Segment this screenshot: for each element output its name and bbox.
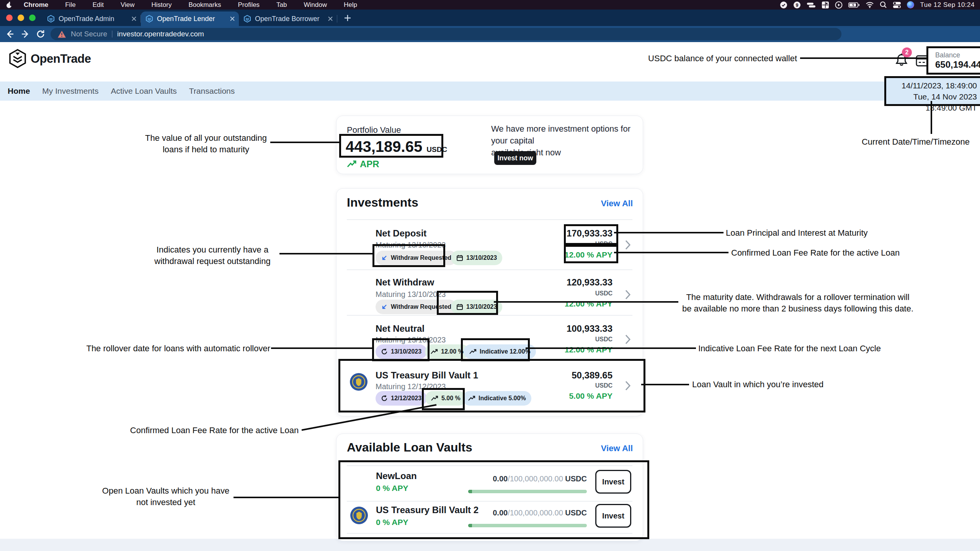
trend-up-icon: [430, 349, 438, 355]
annotation-maturity-date: The maturity date. Withdrawals for a rol…: [678, 292, 917, 315]
investments-title: Investments: [347, 196, 418, 210]
menu-item-history[interactable]: History: [151, 1, 172, 9]
wifi-icon[interactable]: [866, 2, 874, 8]
annotation-open-vaults: Open Loan Vaults which you have not inve…: [99, 485, 233, 508]
trend-up-icon: [347, 160, 357, 168]
tab-title: OpenTrade Borrower: [255, 15, 324, 23]
tab-opentrade-lender[interactable]: OpenTrade Lender: [141, 11, 239, 26]
reload-icon[interactable]: [33, 29, 48, 39]
annotation-box-rate-badge: [422, 388, 465, 410]
annotation-box-indicative-badge: [461, 338, 530, 361]
address-bar[interactable]: Not Secure investor.opentradedev.com: [51, 28, 841, 40]
vpn-icon[interactable]: [807, 1, 816, 9]
row-amount: 100,933.33: [567, 323, 612, 334]
close-tab-icon[interactable]: [230, 16, 235, 21]
annotation-loan-vault-invested: Loan Vault in which you’re invested: [692, 379, 823, 390]
opentrade-favicon: [47, 15, 55, 23]
apr-label: APR: [360, 159, 379, 170]
siri-icon[interactable]: [907, 1, 914, 8]
nav-item-transactions[interactable]: Transactions: [189, 86, 235, 96]
not-secure-label: Not Secure: [71, 30, 107, 38]
annotation-withdrawal-request: Indicates you currently have a withdrawa…: [145, 244, 279, 267]
maximize-window-button[interactable]: [29, 15, 36, 21]
row-apy: 12.00 % APY: [565, 345, 612, 354]
annotation-confirmed-fee-rate-2: Confirmed Loan Fee Rate for the active L…: [126, 425, 302, 436]
annotation-loan-principal: Loan Principal and Interest at Maturity: [726, 227, 868, 239]
tab-title: OpenTrade Admin: [59, 15, 127, 23]
minimize-window-button[interactable]: [18, 15, 24, 21]
tab-opentrade-borrower[interactable]: OpenTrade Borrower: [239, 11, 337, 26]
annotation-box-withdraw-requested: [372, 244, 445, 267]
tab-title: OpenTrade Lender: [157, 15, 226, 23]
menu-item-profiles[interactable]: Profiles: [238, 1, 260, 9]
nav-item-my-investments[interactable]: My Investments: [42, 86, 98, 96]
spotlight-search-icon[interactable]: [880, 1, 887, 8]
annotation-box-vault-row: [338, 359, 645, 412]
nav-item-home[interactable]: Home: [8, 86, 30, 96]
app-header: OpenTrade 2: [0, 42, 980, 82]
row-currency: USDC: [595, 336, 612, 343]
invest-now-button[interactable]: Invest now: [494, 151, 536, 165]
screen: Chrome File Edit View History Bookmarks …: [0, 0, 980, 551]
control-center-icon[interactable]: [893, 1, 901, 9]
battery-icon: [848, 2, 860, 8]
window-controls: [0, 10, 42, 26]
opentrade-logo-icon[interactable]: [8, 49, 27, 70]
row-apy: 12.00 % APY: [565, 299, 612, 308]
chevron-right-icon[interactable]: [625, 240, 631, 252]
menu-item-bookmarks[interactable]: Bookmarks: [188, 1, 221, 9]
menu-item-chrome[interactable]: Chrome: [24, 1, 48, 9]
window-manager-icon[interactable]: [822, 1, 829, 9]
wallet-balance-box: Balance 650,194.44USDC: [926, 46, 980, 75]
row-currency: USDC: [595, 290, 612, 297]
new-tab-button[interactable]: [342, 12, 353, 24]
menu-item-window[interactable]: Window: [304, 1, 327, 9]
browser-toolbar: Not Secure investor.opentradedev.com D F…: [0, 26, 980, 42]
brand-name[interactable]: OpenTrade: [31, 52, 91, 66]
chevron-right-icon[interactable]: [625, 289, 631, 302]
annotation-current-datetime: Current Date/Time/Timezone: [856, 136, 975, 148]
forward-icon[interactable]: [18, 29, 33, 39]
apple-icon[interactable]: [6, 2, 12, 8]
nav-item-active-loan-vaults[interactable]: Active Loan Vaults: [111, 86, 176, 96]
chevron-right-icon[interactable]: [625, 334, 631, 346]
menu-item-file[interactable]: File: [65, 1, 75, 9]
close-tab-icon[interactable]: [131, 16, 137, 21]
menu-item-edit[interactable]: Edit: [93, 1, 104, 9]
opentrade-favicon: [243, 15, 251, 23]
annotation-portfolio-value: The value of all your outstanding loans …: [138, 132, 274, 155]
menu-item-tab[interactable]: Tab: [276, 1, 287, 9]
annotation-indicative-fee-rate: Indicative Loan Fee Rate for the next Lo…: [698, 343, 881, 354]
calendar-icon: [456, 254, 463, 261]
row-maturing: Maturing 13/10/2023: [376, 290, 446, 299]
menu-bar-clock[interactable]: Tue 12 Sep 10:24: [920, 1, 975, 9]
menu-item-view[interactable]: View: [121, 1, 135, 9]
annotation-box-available-vaults: [338, 460, 649, 539]
play-circle-icon[interactable]: [835, 1, 843, 9]
check-circle-icon[interactable]: [780, 1, 787, 9]
row-amount: 120,933.33: [567, 277, 612, 288]
apr-indicator: APR: [347, 159, 379, 170]
annotation-wallet-balance: USDC balance of your connected wallet: [612, 53, 797, 64]
back-icon[interactable]: [2, 29, 18, 39]
row-title: Net Deposit: [376, 228, 426, 239]
not-secure-warning-icon[interactable]: [57, 30, 66, 38]
investments-view-all-link[interactable]: View All: [601, 199, 633, 209]
row-title: Net Neutral: [376, 323, 425, 334]
close-window-button[interactable]: [6, 15, 13, 21]
tab-opentrade-admin[interactable]: OpenTrade Admin: [42, 11, 140, 26]
close-tab-icon[interactable]: [328, 16, 333, 21]
menu-item-help[interactable]: Help: [344, 1, 357, 9]
row-title: Net Withdraw: [376, 277, 434, 288]
annotation-box-maturity-badge: [437, 291, 498, 315]
annotation-rollover-date: The rollover date for loans with automat…: [70, 343, 270, 354]
svg-text:9: 9: [796, 2, 799, 8]
maturity-date-badge: 13/10/2023: [451, 251, 502, 265]
url-text[interactable]: investor.opentradedev.com: [117, 30, 204, 38]
annotation-box-apy: [564, 245, 618, 263]
badge-9-icon[interactable]: 9: [793, 1, 801, 9]
arrow-down-left-icon: [381, 303, 388, 310]
available-vaults-view-all-link[interactable]: View All: [601, 443, 633, 453]
app-nav: Home My Investments Active Loan Vaults T…: [0, 82, 980, 101]
datetime-overlay-box: 14/11/2023, 18:49:00 Tue, 14 Nov 2023 18…: [884, 76, 980, 106]
